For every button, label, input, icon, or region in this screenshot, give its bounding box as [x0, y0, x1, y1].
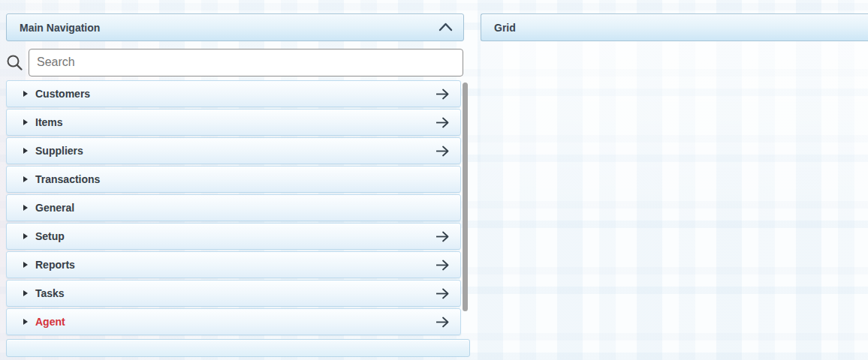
search-row	[6, 48, 463, 76]
nav-item-label: Transactions	[35, 173, 100, 185]
expand-triangle-icon[interactable]	[23, 91, 28, 97]
nav-item-label: Reports	[35, 259, 75, 271]
nav-item-label: Customers	[35, 88, 90, 100]
nav-item-general[interactable]: General	[6, 194, 461, 221]
expand-triangle-icon[interactable]	[23, 319, 28, 325]
expand-triangle-icon[interactable]	[23, 148, 28, 154]
nav-item-label: Items	[35, 116, 63, 128]
main-navigation-header[interactable]: Main Navigation	[6, 14, 464, 41]
nav-item-customers[interactable]: Customers	[6, 80, 461, 107]
nav-item-transactions[interactable]: Transactions	[6, 166, 461, 193]
expand-triangle-icon[interactable]	[23, 290, 28, 296]
navigate-arrow-icon[interactable]	[435, 117, 451, 128]
expand-triangle-icon[interactable]	[23, 233, 28, 239]
expand-triangle-icon[interactable]	[23, 205, 28, 211]
nav-item-label: Agent	[35, 316, 65, 328]
grid-header[interactable]: Grid	[481, 14, 868, 41]
panel-footer-bar	[6, 339, 470, 357]
grid-title: Grid	[494, 22, 516, 34]
expand-triangle-icon[interactable]	[23, 262, 28, 268]
grid-body	[481, 41, 868, 360]
search-icon	[6, 54, 29, 71]
navigation-list: Customers Items Suppliers Transactions	[6, 80, 461, 337]
nav-item-label: Tasks	[35, 287, 65, 299]
search-input[interactable]	[29, 49, 463, 76]
nav-item-tasks[interactable]: Tasks	[6, 280, 461, 307]
navigate-arrow-icon[interactable]	[435, 146, 451, 157]
navigate-arrow-icon[interactable]	[435, 231, 451, 242]
nav-item-items[interactable]: Items	[6, 109, 461, 136]
nav-item-label: Setup	[35, 230, 65, 242]
nav-item-suppliers[interactable]: Suppliers	[6, 137, 461, 164]
chevron-up-icon[interactable]	[439, 21, 453, 34]
nav-item-label: Suppliers	[35, 145, 83, 157]
navigate-arrow-icon[interactable]	[435, 260, 451, 271]
nav-item-setup[interactable]: Setup	[6, 223, 461, 250]
nav-item-label: General	[35, 202, 74, 214]
expand-triangle-icon[interactable]	[23, 119, 28, 125]
navigate-arrow-icon[interactable]	[435, 316, 451, 328]
nav-item-agent[interactable]: Agent	[6, 308, 461, 335]
navigate-arrow-icon[interactable]	[435, 88, 451, 100]
navigate-arrow-icon[interactable]	[435, 288, 451, 299]
main-navigation-title: Main Navigation	[20, 22, 100, 34]
scrollbar[interactable]	[463, 80, 469, 338]
scrollbar-thumb[interactable]	[463, 82, 468, 311]
expand-triangle-icon[interactable]	[23, 176, 28, 182]
nav-item-reports[interactable]: Reports	[6, 251, 461, 278]
